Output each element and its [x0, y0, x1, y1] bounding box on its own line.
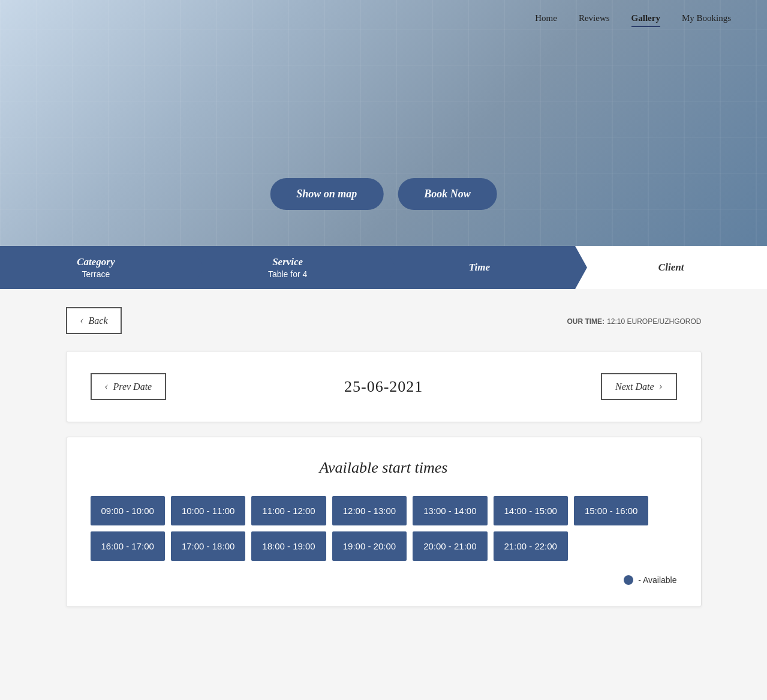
step-service-value: Table for 4 [268, 269, 307, 279]
step-time-title: Time [469, 262, 490, 274]
step-category-title: Category [77, 256, 115, 268]
prev-date-button[interactable]: ‹ Prev Date [91, 373, 167, 400]
time-slot[interactable]: 21:00 - 22:00 [494, 531, 568, 561]
nav-my-bookings[interactable]: My Bookings [682, 11, 731, 27]
main-content: ‹ Back OUR TIME: 12:10 EUROPE/UZHGOROD ‹… [54, 289, 714, 643]
step-service-title: Service [272, 256, 303, 268]
prev-date-label: Prev Date [113, 381, 152, 392]
times-title: Available start times [91, 459, 677, 477]
book-now-button[interactable]: Book Now [398, 178, 497, 210]
time-slot[interactable]: 12:00 - 13:00 [332, 496, 407, 525]
next-chevron-icon: › [659, 380, 663, 393]
step-category: Category Terrace [0, 246, 192, 289]
step-client-title: Client [658, 262, 684, 274]
time-slot[interactable]: 19:00 - 20:00 [332, 531, 407, 561]
time-slot[interactable]: 11:00 - 12:00 [251, 496, 326, 525]
legend-dot-available [624, 575, 633, 585]
nav-reviews[interactable]: Reviews [579, 11, 610, 27]
navigation: Home Reviews Gallery My Bookings [0, 0, 767, 38]
our-time-value: 12:10 EUROPE/UZHGOROD [607, 317, 701, 326]
toolbar: ‹ Back OUR TIME: 12:10 EUROPE/UZHGOROD [66, 307, 702, 334]
time-slot[interactable]: 16:00 - 17:00 [91, 531, 165, 561]
hero-section: Home Reviews Gallery My Bookings Show on… [0, 0, 767, 246]
legend: - Available [91, 575, 677, 585]
our-time-label: OUR TIME: [567, 317, 604, 326]
time-slot[interactable]: 09:00 - 10:00 [91, 496, 165, 525]
date-card: ‹ Prev Date 25-06-2021 Next Date › [66, 351, 702, 422]
time-slot[interactable]: 20:00 - 21:00 [413, 531, 487, 561]
legend-label: - Available [638, 575, 676, 585]
times-grid: 09:00 - 10:0010:00 - 11:0011:00 - 12:001… [91, 496, 677, 561]
back-label: Back [89, 316, 108, 326]
booking-steps: Category Terrace Service Table for 4 Tim… [0, 246, 767, 289]
time-slot[interactable]: 18:00 - 19:00 [251, 531, 326, 561]
hero-buttons: Show on map Book Now [270, 178, 497, 210]
step-category-value: Terrace [82, 269, 110, 279]
our-time-display: OUR TIME: 12:10 EUROPE/UZHGOROD [567, 316, 701, 326]
times-card: Available start times 09:00 - 10:0010:00… [66, 437, 702, 607]
prev-chevron-icon: ‹ [105, 380, 109, 393]
chevron-left-icon: ‹ [80, 314, 84, 327]
current-date: 25-06-2021 [344, 378, 423, 396]
step-client: Client [575, 246, 767, 289]
step-time: Time [384, 246, 576, 289]
show-on-map-button[interactable]: Show on map [270, 178, 383, 210]
time-slot[interactable]: 14:00 - 15:00 [494, 496, 568, 525]
time-slot[interactable]: 13:00 - 14:00 [413, 496, 487, 525]
step-service: Service Table for 4 [192, 246, 384, 289]
back-button[interactable]: ‹ Back [66, 307, 122, 334]
next-date-button[interactable]: Next Date › [601, 373, 676, 400]
next-date-label: Next Date [615, 381, 654, 392]
nav-home[interactable]: Home [535, 11, 557, 27]
nav-gallery[interactable]: Gallery [631, 11, 660, 27]
time-slot[interactable]: 10:00 - 11:00 [171, 496, 245, 525]
time-slot[interactable]: 17:00 - 18:00 [171, 531, 245, 561]
time-slot[interactable]: 15:00 - 16:00 [574, 496, 648, 525]
